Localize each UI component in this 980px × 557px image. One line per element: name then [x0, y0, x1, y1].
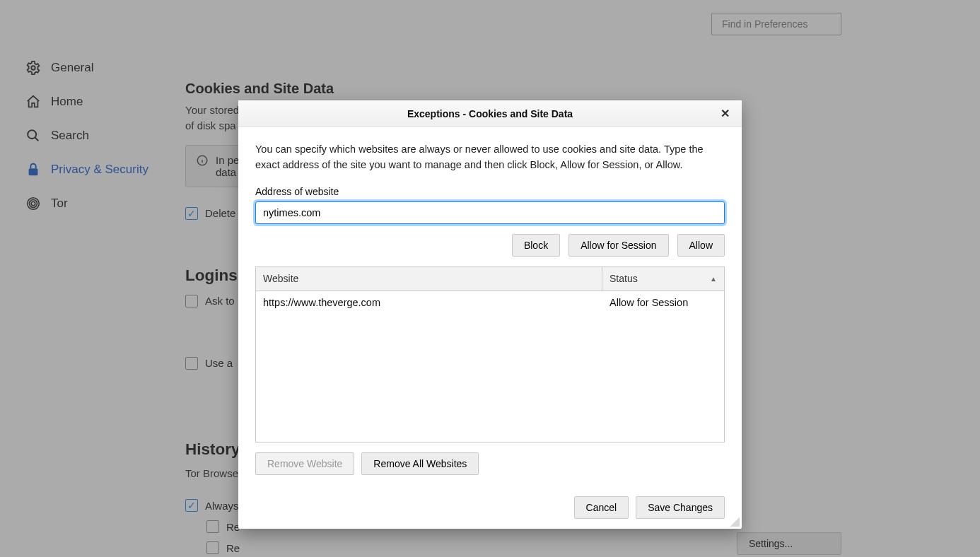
address-label: Address of website [255, 186, 725, 197]
cancel-button[interactable]: Cancel [574, 496, 629, 519]
block-button[interactable]: Block [512, 234, 560, 257]
allow-session-button[interactable]: Allow for Session [568, 234, 668, 257]
address-input[interactable] [255, 201, 725, 224]
remove-website-button[interactable]: Remove Website [255, 452, 354, 475]
allow-button[interactable]: Allow [677, 234, 725, 257]
dialog-header: Exceptions - Cookies and Site Data ✕ [238, 100, 742, 127]
save-changes-button[interactable]: Save Changes [636, 496, 725, 519]
resize-grip[interactable] [730, 517, 740, 527]
cell-website: https://www.theverge.com [256, 297, 602, 308]
col-header-website[interactable]: Website [256, 267, 602, 291]
close-icon: ✕ [721, 107, 730, 120]
dialog-description: You can specify which websites are alway… [255, 141, 725, 173]
table-row[interactable]: https://www.theverge.com Allow for Sessi… [256, 291, 724, 315]
exceptions-table: Website Status ▲ https://www.theverge.co… [255, 266, 725, 442]
permission-buttons: Block Allow for Session Allow [255, 234, 725, 257]
cell-status: Allow for Session [602, 297, 724, 308]
remove-all-button[interactable]: Remove All Websites [361, 452, 479, 475]
col-header-status[interactable]: Status ▲ [602, 267, 724, 291]
sort-asc-icon: ▲ [710, 275, 717, 283]
table-body: https://www.theverge.com Allow for Sessi… [256, 291, 724, 315]
col-header-status-label: Status [609, 273, 638, 284]
exceptions-dialog: Exceptions - Cookies and Site Data ✕ You… [238, 100, 742, 529]
close-button[interactable]: ✕ [718, 106, 732, 120]
dialog-title: Exceptions - Cookies and Site Data [407, 108, 573, 119]
